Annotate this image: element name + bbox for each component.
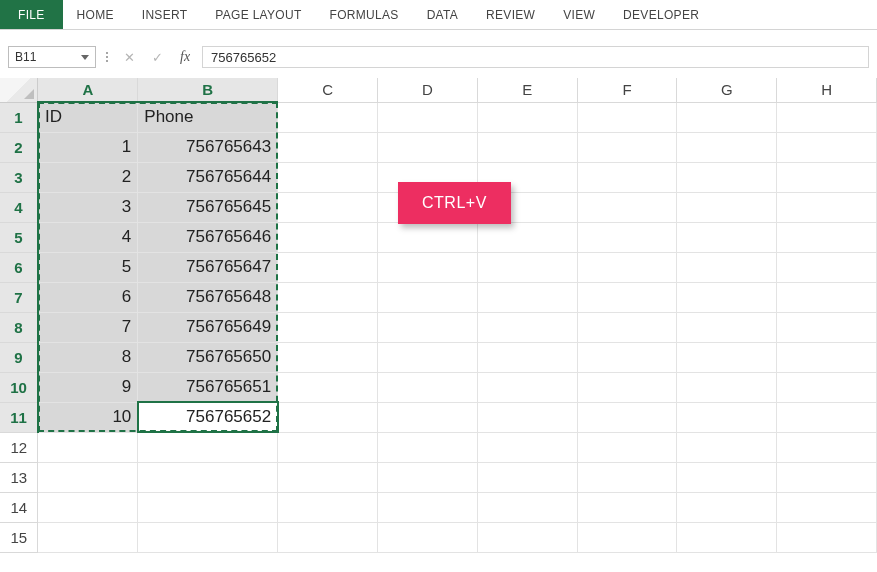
cell-H2[interactable] bbox=[777, 132, 877, 162]
cell-A8[interactable]: 7 bbox=[38, 312, 138, 342]
cell-F7[interactable] bbox=[577, 282, 677, 312]
column-header-A[interactable]: A bbox=[38, 78, 138, 102]
cell-F3[interactable] bbox=[577, 162, 677, 192]
cell-B4[interactable]: 756765645 bbox=[138, 192, 278, 222]
cell-C10[interactable] bbox=[278, 372, 378, 402]
cell-D11[interactable] bbox=[377, 402, 477, 432]
row-header-3[interactable]: 3 bbox=[0, 162, 38, 192]
cell-B3[interactable]: 756765644 bbox=[138, 162, 278, 192]
cell-G5[interactable] bbox=[677, 222, 777, 252]
cell-H12[interactable] bbox=[777, 432, 877, 462]
cell-E9[interactable] bbox=[477, 342, 577, 372]
cell-C14[interactable] bbox=[278, 492, 378, 522]
cell-G13[interactable] bbox=[677, 462, 777, 492]
cell-G2[interactable] bbox=[677, 132, 777, 162]
cell-D9[interactable] bbox=[377, 342, 477, 372]
cell-C6[interactable] bbox=[278, 252, 378, 282]
column-header-D[interactable]: D bbox=[377, 78, 477, 102]
cell-A11[interactable]: 10 bbox=[38, 402, 138, 432]
cell-B2[interactable]: 756765643 bbox=[138, 132, 278, 162]
cell-H15[interactable] bbox=[777, 522, 877, 552]
column-header-B[interactable]: B bbox=[138, 78, 278, 102]
cell-B6[interactable]: 756765647 bbox=[138, 252, 278, 282]
cell-F14[interactable] bbox=[577, 492, 677, 522]
cell-A10[interactable]: 9 bbox=[38, 372, 138, 402]
cell-E7[interactable] bbox=[477, 282, 577, 312]
cell-B13[interactable] bbox=[138, 462, 278, 492]
cell-G8[interactable] bbox=[677, 312, 777, 342]
kebab-icon[interactable] bbox=[102, 52, 112, 62]
cell-B1[interactable]: Phone bbox=[138, 102, 278, 132]
cell-E14[interactable] bbox=[477, 492, 577, 522]
row-header-14[interactable]: 14 bbox=[0, 492, 38, 522]
row-header-11[interactable]: 11 bbox=[0, 402, 38, 432]
cell-F13[interactable] bbox=[577, 462, 677, 492]
cell-B5[interactable]: 756765646 bbox=[138, 222, 278, 252]
cell-F9[interactable] bbox=[577, 342, 677, 372]
cell-G3[interactable] bbox=[677, 162, 777, 192]
column-header-C[interactable]: C bbox=[278, 78, 378, 102]
name-box[interactable]: B11 bbox=[8, 46, 96, 68]
cell-B7[interactable]: 756765648 bbox=[138, 282, 278, 312]
cell-F11[interactable] bbox=[577, 402, 677, 432]
row-header-7[interactable]: 7 bbox=[0, 282, 38, 312]
cell-F6[interactable] bbox=[577, 252, 677, 282]
row-header-8[interactable]: 8 bbox=[0, 312, 38, 342]
cell-G4[interactable] bbox=[677, 192, 777, 222]
cell-C8[interactable] bbox=[278, 312, 378, 342]
cell-F2[interactable] bbox=[577, 132, 677, 162]
cell-C3[interactable] bbox=[278, 162, 378, 192]
cell-A12[interactable] bbox=[38, 432, 138, 462]
cell-G1[interactable] bbox=[677, 102, 777, 132]
ribbon-tab-developer[interactable]: DEVELOPER bbox=[609, 0, 713, 29]
cell-E10[interactable] bbox=[477, 372, 577, 402]
cell-H5[interactable] bbox=[777, 222, 877, 252]
cell-G14[interactable] bbox=[677, 492, 777, 522]
row-header-9[interactable]: 9 bbox=[0, 342, 38, 372]
ribbon-tab-insert[interactable]: INSERT bbox=[128, 0, 202, 29]
column-header-E[interactable]: E bbox=[477, 78, 577, 102]
cell-D2[interactable] bbox=[377, 132, 477, 162]
cell-A4[interactable]: 3 bbox=[38, 192, 138, 222]
enter-icon[interactable]: ✓ bbox=[146, 46, 168, 68]
row-header-4[interactable]: 4 bbox=[0, 192, 38, 222]
cell-D10[interactable] bbox=[377, 372, 477, 402]
column-header-H[interactable]: H bbox=[777, 78, 877, 102]
cell-H4[interactable] bbox=[777, 192, 877, 222]
formula-input[interactable]: 756765652 bbox=[202, 46, 869, 68]
cell-B8[interactable]: 756765649 bbox=[138, 312, 278, 342]
cell-B9[interactable]: 756765650 bbox=[138, 342, 278, 372]
cell-E1[interactable] bbox=[477, 102, 577, 132]
cell-E13[interactable] bbox=[477, 462, 577, 492]
cell-D6[interactable] bbox=[377, 252, 477, 282]
select-all-corner[interactable] bbox=[0, 78, 38, 102]
ribbon-tab-page-layout[interactable]: PAGE LAYOUT bbox=[201, 0, 315, 29]
cell-E6[interactable] bbox=[477, 252, 577, 282]
row-header-15[interactable]: 15 bbox=[0, 522, 38, 552]
cell-A2[interactable]: 1 bbox=[38, 132, 138, 162]
cell-D14[interactable] bbox=[377, 492, 477, 522]
ribbon-tab-home[interactable]: HOME bbox=[63, 0, 128, 29]
cell-F1[interactable] bbox=[577, 102, 677, 132]
cell-C9[interactable] bbox=[278, 342, 378, 372]
cell-E15[interactable] bbox=[477, 522, 577, 552]
cell-F4[interactable] bbox=[577, 192, 677, 222]
cell-G11[interactable] bbox=[677, 402, 777, 432]
cell-D5[interactable] bbox=[377, 222, 477, 252]
cancel-icon[interactable]: ✕ bbox=[118, 46, 140, 68]
cell-D8[interactable] bbox=[377, 312, 477, 342]
cell-B14[interactable] bbox=[138, 492, 278, 522]
cell-G12[interactable] bbox=[677, 432, 777, 462]
ribbon-tab-file[interactable]: FILE bbox=[0, 0, 63, 29]
cell-H13[interactable] bbox=[777, 462, 877, 492]
cell-A14[interactable] bbox=[38, 492, 138, 522]
cell-H8[interactable] bbox=[777, 312, 877, 342]
cell-G9[interactable] bbox=[677, 342, 777, 372]
cell-E2[interactable] bbox=[477, 132, 577, 162]
worksheet[interactable]: ABCDEFGH1IDPhone217567656433275676564443… bbox=[0, 78, 877, 553]
cell-C15[interactable] bbox=[278, 522, 378, 552]
row-header-1[interactable]: 1 bbox=[0, 102, 38, 132]
ribbon-tab-data[interactable]: DATA bbox=[413, 0, 472, 29]
cell-G10[interactable] bbox=[677, 372, 777, 402]
cell-E5[interactable] bbox=[477, 222, 577, 252]
